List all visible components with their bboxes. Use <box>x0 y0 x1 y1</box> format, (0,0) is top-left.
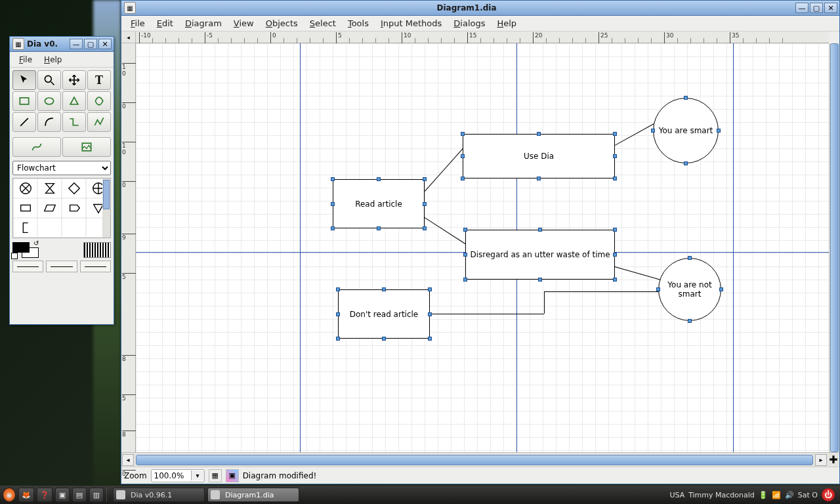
grid-toggle[interactable]: ▦ <box>209 469 222 482</box>
toolbox-maximize-button[interactable]: ▢ <box>84 39 97 49</box>
launcher-files[interactable]: ▤ <box>72 488 87 502</box>
selection-handle[interactable] <box>538 278 542 282</box>
sheet-select[interactable]: Flowchart <box>12 161 111 175</box>
toolbox-close-button[interactable]: ✕ <box>98 39 112 49</box>
default-colors-icon[interactable]: ↺ <box>33 240 41 247</box>
shape-empty2[interactable] <box>62 218 86 238</box>
guide-vertical[interactable] <box>733 43 734 452</box>
menu-help[interactable]: Help <box>492 17 522 30</box>
line-mid-style[interactable] <box>46 261 77 272</box>
connector[interactable] <box>544 291 661 292</box>
shape-empty1[interactable] <box>37 218 62 238</box>
beziergon-tool[interactable] <box>87 91 111 111</box>
shape-bracket[interactable] <box>13 218 37 238</box>
selection-handle[interactable] <box>656 287 660 291</box>
selection-handle[interactable] <box>423 177 427 181</box>
snap-toggle[interactable]: ▣ <box>226 469 239 482</box>
menu-edit[interactable]: Edit <box>152 17 178 30</box>
drawing-canvas[interactable]: Read articleUse DiaDisregard as an utter… <box>136 43 829 452</box>
launcher-desktop[interactable]: ▥ <box>89 488 104 502</box>
scroll-left-arrow[interactable]: ◂ <box>122 454 134 466</box>
clock[interactable]: Sat O <box>798 491 818 499</box>
pattern-box[interactable] <box>83 242 111 258</box>
line-end-style[interactable] <box>80 261 111 272</box>
selection-handle[interactable] <box>331 177 335 181</box>
add-tab-button[interactable]: ✚ <box>828 454 839 466</box>
sheet-selector[interactable]: Flowchart <box>12 161 111 175</box>
toolbox-titlebar[interactable]: ▦ Dia v0. — ▢ ✕ <box>10 37 114 52</box>
selection-handle[interactable] <box>613 154 617 158</box>
menu-view[interactable]: View <box>228 17 259 30</box>
shape-read[interactable]: Read article <box>333 179 425 228</box>
arc-tool[interactable] <box>37 112 61 132</box>
selection-handle[interactable] <box>377 226 381 230</box>
selection-handle[interactable] <box>423 226 427 230</box>
shape-dont[interactable]: Don't read article <box>338 289 430 339</box>
polygon-tool[interactable] <box>62 91 86 111</box>
toolbox-menu-help[interactable]: Help <box>39 54 67 66</box>
shape-smart[interactable]: You are smart <box>653 98 719 163</box>
image-tool[interactable] <box>62 137 111 157</box>
launcher-firefox[interactable]: 🦊 <box>18 488 34 502</box>
shutdown-button[interactable]: ⏻ <box>822 488 835 501</box>
selection-handle[interactable] <box>463 253 467 257</box>
menu-dialogs[interactable]: Dialogs <box>448 17 490 30</box>
selection-handle[interactable] <box>461 177 465 180</box>
battery-icon[interactable]: 🔋 <box>759 491 768 499</box>
selection-handle[interactable] <box>331 202 335 206</box>
selection-handle[interactable] <box>463 278 467 282</box>
launcher-terminal[interactable]: ▣ <box>55 488 70 502</box>
selection-handle[interactable] <box>613 278 617 282</box>
bezier-tool[interactable] <box>12 137 61 157</box>
shape-parallelogram[interactable] <box>37 198 62 218</box>
selection-handle[interactable] <box>336 337 340 341</box>
selection-handle[interactable] <box>461 132 465 136</box>
volume-icon[interactable]: 🔊 <box>785 491 794 499</box>
minimize-button[interactable]: — <box>795 3 808 13</box>
selection-handle[interactable] <box>538 228 542 232</box>
main-titlebar[interactable]: ▦ Diagram1.dia — ▢ ✕ <box>121 1 839 16</box>
shape-disregard[interactable]: Disregard as an utter waste of time <box>465 230 615 280</box>
zoom-input[interactable] <box>152 470 191 482</box>
selection-handle[interactable] <box>688 256 692 260</box>
scrollbar-horizontal[interactable] <box>136 455 813 465</box>
scrollbar-vertical[interactable] <box>829 43 839 452</box>
text-tool[interactable]: T <box>87 70 111 90</box>
ruler-horizontal[interactable]: -10-505101520253035 <box>136 32 829 43</box>
swap-colors-icon[interactable] <box>11 253 18 259</box>
zoom-tool[interactable] <box>37 70 61 90</box>
selection-handle[interactable] <box>336 312 340 316</box>
fg-color[interactable] <box>12 242 30 253</box>
selection-handle[interactable] <box>537 177 541 180</box>
shape-rect[interactable] <box>13 198 37 218</box>
selection-handle[interactable] <box>336 287 340 291</box>
color-swatch[interactable]: ↺ <box>12 242 39 258</box>
shape-hourglass[interactable] <box>37 178 62 198</box>
launcher-help[interactable]: ❓ <box>37 488 52 502</box>
selection-handle[interactable] <box>423 202 427 206</box>
selection-handle[interactable] <box>717 129 721 133</box>
toolbox-menu-file[interactable]: File <box>14 54 37 66</box>
kb-layout[interactable]: USA <box>669 491 684 499</box>
shape-diamond[interactable] <box>62 178 86 198</box>
palette-scrollbar[interactable] <box>102 178 110 238</box>
scrollbar-v-thumb[interactable] <box>830 43 839 452</box>
selection-handle[interactable] <box>719 287 723 291</box>
scroll-tool[interactable] <box>62 70 86 90</box>
guide-vertical[interactable] <box>300 43 301 452</box>
menu-tools[interactable]: Tools <box>343 17 374 30</box>
selection-handle[interactable] <box>377 177 381 181</box>
shape-xcircle[interactable] <box>13 178 37 198</box>
selection-handle[interactable] <box>331 226 335 230</box>
box-tool[interactable] <box>12 91 36 111</box>
user-name[interactable]: Timmy Macdonald <box>688 491 755 499</box>
selection-handle[interactable] <box>613 228 617 232</box>
selection-handle[interactable] <box>428 287 432 291</box>
connector[interactable] <box>544 291 545 314</box>
scrollbar-h-thumb[interactable] <box>136 455 813 465</box>
menu-file[interactable]: File <box>125 17 150 30</box>
ellipse-tool[interactable] <box>37 91 61 111</box>
selection-handle[interactable] <box>382 337 386 341</box>
ruler-corner[interactable]: ◂ <box>121 32 136 43</box>
shape-display[interactable] <box>62 198 86 218</box>
